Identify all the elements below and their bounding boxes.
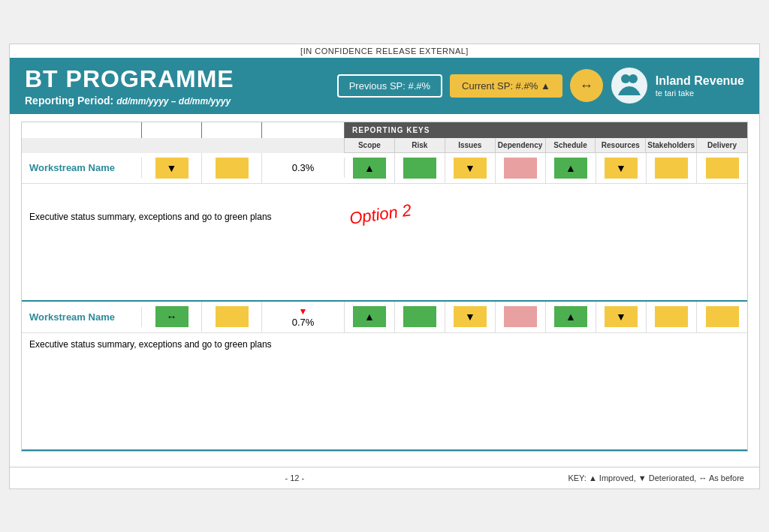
workstream-2-schedule: ▼ 0.7% — [262, 302, 345, 332]
reporting-keys-header: REPORTING KEYS — [345, 122, 747, 138]
key-stakeholders: Stakeholders — [646, 138, 697, 152]
ws2-stakeholders — [647, 302, 697, 332]
arrow-symbol: ↔ — [580, 78, 593, 94]
ws2-dependency — [496, 302, 546, 332]
svg-point-2 — [629, 74, 638, 83]
ws1-risk — [395, 153, 445, 183]
confidential-bar: [IN CONFIDENCE RELEASE EXTERNAL] — [10, 44, 759, 58]
header-center: Previous SP: #.#% Current SP: #.#% ▲ ↔ I… — [337, 67, 744, 104]
workstream-1-summary: Executive status summary, exceptions and… — [22, 184, 747, 300]
sub-keys-header: Scope Risk Issues Dependency Schedule Re… — [345, 138, 747, 153]
current-sp-label: Current SP: #.#% — [462, 80, 538, 92]
col-header-future: Future Status — [202, 122, 262, 138]
svg-point-0 — [611, 68, 647, 104]
current-status-indicator-2: ↔ — [155, 306, 188, 327]
col-header-subprogramme: Sub-Programme / Workstream — [22, 122, 142, 138]
workstream-1-keys — [345, 153, 747, 183]
footer: - 12 - KEY: ▲ Improved, ▼ Deteriorated, … — [10, 467, 759, 488]
ws2-risk — [395, 302, 445, 332]
key-dependency: Dependency — [496, 138, 546, 152]
col-header-current: Current Status — [142, 122, 202, 138]
reporting-period: Reporting Period: dd/mm/yyyy – dd/mm/yyy… — [25, 95, 234, 107]
logo-name: Inland Revenue — [656, 74, 744, 89]
ws2-delivery — [697, 302, 747, 332]
ws1-schedule — [546, 153, 596, 183]
workstream-1-future-status — [202, 153, 262, 183]
logo-text-block: Inland Revenue te tari take — [656, 74, 744, 98]
header-left: BT PROGRAMME Reporting Period: dd/mm/yyy… — [25, 65, 234, 107]
programme-title: BT PROGRAMME — [25, 65, 234, 93]
ws1-stakeholders — [647, 153, 697, 183]
ws1-issues — [445, 153, 496, 183]
workstream-2-keys — [345, 302, 747, 332]
key-issues: Issues — [445, 138, 496, 152]
current-status-indicator-1: ▼ — [155, 158, 188, 179]
workstream-1-schedule: 0.3% — [262, 158, 345, 178]
subtitle-label: Reporting Period: — [25, 95, 113, 107]
key-risk: Risk — [395, 138, 445, 152]
ws2-issues — [445, 302, 496, 332]
col-header-schedule: Schedule Perform — [262, 122, 345, 138]
key-lr-label: ↔ As before — [698, 473, 744, 482]
left-headers: Sub-Programme / Workstream Current Statu… — [22, 122, 345, 138]
key-schedule: Schedule — [546, 138, 596, 152]
ws1-dependency — [496, 153, 546, 183]
current-sp-arrow: ▲ — [541, 80, 550, 92]
workstream-1-current-status: ▼ — [142, 153, 202, 183]
workstream-2-current-status: ↔ — [142, 302, 202, 332]
date-range: dd/mm/yyyy – dd/mm/yyyy — [116, 96, 231, 107]
option2-text: Option 2 — [348, 200, 413, 227]
footer-key: KEY: ▲ Improved, ▼ Deteriorated, ↔ As be… — [384, 473, 744, 482]
workstream-2-block: Workstream Name ↔ ▼ 0.7% — [22, 302, 747, 451]
main-table: Sub-Programme / Workstream Current Statu… — [21, 122, 748, 452]
current-sp-button[interactable]: Current SP: #.#% ▲ — [450, 74, 562, 98]
table-header: Sub-Programme / Workstream Current Statu… — [22, 122, 747, 138]
future-status-indicator-2 — [216, 306, 249, 327]
content: Sub-Programme / Workstream Current Statu… — [10, 114, 759, 467]
previous-sp-button[interactable]: Previous SP: #.#% — [337, 74, 442, 98]
key-delivery: Delivery — [697, 138, 747, 152]
key-down-label: ▼ Deteriorated, — [638, 473, 697, 482]
page-number: - 12 - — [205, 473, 385, 482]
ws2-scope — [345, 302, 395, 332]
confidential-text: [IN CONFIDENCE RELEASE EXTERNAL] — [300, 47, 469, 56]
key-label: KEY: — [568, 473, 586, 482]
workstream-1-name: Workstream Name — [22, 158, 142, 178]
ws2-schedule — [546, 302, 596, 332]
key-scope: Scope — [345, 138, 395, 152]
workstream-2-summary: Executive status summary, exceptions and… — [22, 333, 747, 449]
workstream-1-block: Workstream Name ▼ 0.3% — [22, 153, 747, 302]
logo: Inland Revenue te tari take — [611, 67, 744, 104]
workstream-2-main-row: Workstream Name ↔ ▼ 0.7% — [22, 302, 747, 333]
ws1-resources — [596, 153, 647, 183]
ws1-delivery — [697, 153, 747, 183]
logo-icon — [611, 67, 648, 104]
future-status-indicator-1 — [216, 158, 249, 179]
workstream-2-name: Workstream Name — [22, 307, 142, 327]
logo-subname: te tari take — [656, 89, 744, 98]
key-resources: Resources — [596, 138, 646, 152]
ws1-scope — [345, 153, 395, 183]
workstream-1-main-row: Workstream Name ▼ 0.3% — [22, 153, 747, 184]
key-up-label: ▲ Improved, — [589, 473, 636, 482]
sub-keys-container: Scope Risk Issues Dependency Schedule Re… — [22, 138, 747, 153]
header: BT PROGRAMME Reporting Period: dd/mm/yyy… — [10, 58, 759, 114]
arrow-circle: ↔ — [570, 69, 603, 102]
ws2-resources — [596, 302, 647, 332]
workstream-2-future-status — [202, 302, 262, 332]
